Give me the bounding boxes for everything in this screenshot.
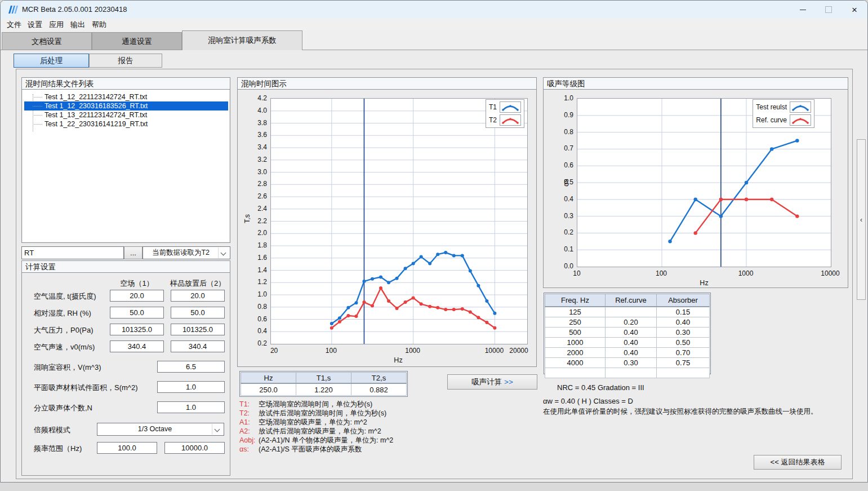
octave-mode-combo[interactable]: 1/3 Octave <box>97 423 224 436</box>
subtab-report[interactable]: 报告 <box>89 54 162 68</box>
legend-label: T1 <box>489 103 497 111</box>
column-header-with-sample: 样品放置后（2） <box>164 278 232 289</box>
freq-range-label: 频率范围（Hz) <box>34 444 82 454</box>
y-tick-label: 2.2 <box>247 217 267 225</box>
tab-strip: 文档设置 通道设置 混响室计算吸声系数 <box>1 30 867 50</box>
subtab-postprocess[interactable]: 后处理 <box>14 54 89 68</box>
x-tick-label: 1000 <box>396 347 430 355</box>
rt-table-header: Hz <box>241 373 296 384</box>
rt-chart[interactable]: T,s Hz 4.24.03.83.63.43.23.02.82.62.42.2… <box>238 90 536 366</box>
y-tick-label: 3.8 <box>247 119 267 127</box>
maximize-icon <box>825 6 832 13</box>
double-arrow-right-icon: >> <box>504 378 513 386</box>
tree-stub <box>33 97 42 98</box>
file-list-item[interactable]: Test 1_12_230316183526_RT.txt <box>24 101 228 110</box>
room-volume-label: 混响室容积，V(m^3) <box>34 362 101 373</box>
advice-text: 在使用此单值评价量的时候，强烈建议与按照标准获得的完整的吸声系数曲线一块使用。 <box>543 407 818 417</box>
air-temp-field-1[interactable]: 20.0 <box>110 290 164 302</box>
note-line: Aobj:(A2-A1)/N 单个物体的吸声量，单位为: m^2 <box>239 436 393 445</box>
menu-apply[interactable]: 应用 <box>47 20 65 30</box>
x-tick-label: 10 <box>560 269 594 277</box>
absorption-calc-button[interactable]: 吸声计算 >> <box>447 374 537 390</box>
rt-x-axis-label: Hz <box>370 356 426 364</box>
file-list-item[interactable]: Test 1_13_221123142724_RT.txt <box>24 110 228 120</box>
grade-chart-panel: 吸声等级图 αs Hz 1.00.90.80.70.60.50.40.30.20… <box>543 77 848 288</box>
result-name-input[interactable]: RT <box>21 246 124 259</box>
browse-button[interactable]: ... <box>124 246 143 259</box>
grade_chart-legend: Test reulst Ref. curve <box>753 99 814 128</box>
nrc-result-text: NRC = 0.45 Gradation = III <box>557 383 644 392</box>
room-volume-field[interactable]: 6.5 <box>157 361 225 373</box>
x-tick-label: 20000 <box>502 347 536 355</box>
file-list-item[interactable]: Test 1_22_230316141219_RT.txt <box>24 120 228 129</box>
notes-block: T1:空场混响室的混响时间，单位为秒(s) T2:放试件后混响室的混响时间，单位… <box>239 400 538 462</box>
sample-area-field[interactable]: 1.0 <box>157 381 225 393</box>
note-line: αs:(A2-A1)/S 平面吸声体的吸声系数 <box>239 445 362 454</box>
menu-settings[interactable]: 设置 <box>26 20 44 30</box>
legend-entry: Test reulst <box>756 101 811 113</box>
humidity-field-1[interactable]: 50.0 <box>110 307 164 319</box>
rt-table-header: T2,s <box>351 373 407 384</box>
data-read-combo[interactable]: 当前数据读取为T2 <box>143 246 230 259</box>
sound-speed-label: 空气声速，v0(m/s) <box>34 342 95 352</box>
curve-icon <box>500 114 521 126</box>
octave-mode-label: 倍频程模式 <box>34 425 70 435</box>
pressure-field-2[interactable]: 101325.0 <box>171 324 225 335</box>
panel-collapse-handle[interactable]: ‹ <box>857 139 866 300</box>
air-temp-field-2[interactable]: 20.0 <box>171 290 225 302</box>
window-title: MCR Beta 2.05.0.001 20230418 <box>22 5 127 14</box>
legend-entry: Ref. curve <box>756 114 811 126</box>
file-list-item[interactable]: Test 1_12_221123142724_RT.txt <box>24 92 228 101</box>
y-tick-label: 0.7 <box>553 144 573 152</box>
y-tick-label: 0.1 <box>553 245 573 253</box>
absorber-count-field[interactable]: 1.0 <box>157 401 225 413</box>
rt-chart-panel: 混响时间图示 T,s Hz 4.24.03.83.63.43.23.02.82.… <box>237 77 537 367</box>
pressure-field-1[interactable]: 101325.0 <box>110 324 164 335</box>
minimize-button[interactable] <box>790 2 815 17</box>
maximize-button[interactable] <box>816 2 841 17</box>
menu-file[interactable]: 文件 <box>5 20 23 30</box>
humidity-label: 相对湿度, RH (%) <box>34 308 91 319</box>
close-button[interactable]: × <box>842 2 867 17</box>
sample-area-label: 平面吸声材料试件面积，S(m^2) <box>34 383 138 393</box>
tab-reverb-absorption[interactable]: 混响室计算吸声系数 <box>182 30 302 50</box>
humidity-field-2[interactable]: 50.0 <box>171 307 225 319</box>
curve-icon <box>790 114 811 126</box>
tab-document-settings[interactable]: 文档设置 <box>2 32 92 50</box>
menu-help[interactable]: 帮助 <box>90 20 108 30</box>
rt-value-table: Hz T1,s T2,s 250.0 1.220 0.882 <box>241 372 407 396</box>
x-tick-label: 100 <box>644 269 678 277</box>
freq-range-low-field[interactable]: 100.0 <box>97 442 157 454</box>
combo-dropdown-button[interactable] <box>218 247 229 258</box>
grade-chart[interactable]: αs Hz 1.00.90.80.70.60.50.40.30.20.10.01… <box>544 90 848 287</box>
calc-settings-panel: 计算设置 空场（1） 样品放置后（2） 空气温度, t(摄氏度) 20.0 20… <box>21 260 230 476</box>
file-list-panel: 混时间结果文件列表 Test 1_12_221123142724_RT.txt … <box>21 77 230 243</box>
tab-channel-settings[interactable]: 通道设置 <box>92 32 182 50</box>
y-tick-label: 0.4 <box>247 327 267 335</box>
return-results-button[interactable]: << 返回结果表格 <box>754 455 842 470</box>
tree-stub <box>33 106 42 107</box>
title-bar: MCR Beta 2.05.0.001 20230418 × <box>1 1 867 19</box>
y-tick-label: 1.0 <box>247 290 267 298</box>
y-tick-label: 0.0 <box>553 262 573 270</box>
freq-range-high-field[interactable]: 10000.0 <box>164 442 225 454</box>
combo-dropdown-button[interactable] <box>212 424 223 435</box>
rt_chart-plot-area[interactable] <box>270 98 528 344</box>
sound-speed-field-1[interactable]: 340.4 <box>110 340 164 352</box>
column-header-empty-room: 空场（1） <box>110 278 164 289</box>
sound-speed-field-2[interactable]: 340.4 <box>171 340 225 352</box>
alpha-w-result-text: αw = 0.40 ( H ) Classes = D <box>543 397 633 405</box>
table-row <box>545 368 710 378</box>
rt_chart-svg <box>271 99 527 344</box>
y-tick-label: 1.8 <box>247 241 267 249</box>
y-tick-label: 0.4 <box>553 195 573 203</box>
menu-bar: 文件 设置 应用 输出 帮助 <box>1 19 867 30</box>
rt-value-table-frame: Hz T1,s T2,s 250.0 1.220 0.882 <box>239 371 408 397</box>
y-tick-label: 4.0 <box>247 107 267 114</box>
x-tick-label: 100 <box>314 347 348 355</box>
menu-output[interactable]: 输出 <box>69 20 87 30</box>
file-list[interactable]: Test 1_12_221123142724_RT.txt Test 1_12_… <box>23 90 229 242</box>
calc-settings-title: 计算设置 <box>22 261 230 273</box>
y-tick-label: 0.5 <box>553 178 573 186</box>
app-logo-icon <box>8 5 19 15</box>
